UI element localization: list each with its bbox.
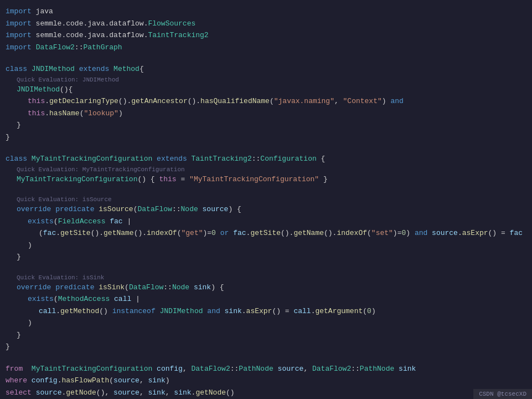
empty3 bbox=[0, 185, 532, 195]
quick-eval-issink: Quick Evaluation: isSink bbox=[0, 273, 532, 282]
line-exists2: exists(MethodAccess call | bbox=[0, 293, 532, 305]
line-constructor2: MyTaintTrackingConfiguration() { this = … bbox=[0, 173, 532, 186]
line-close-issink: } bbox=[0, 329, 532, 341]
line-close-exists1: ) bbox=[0, 239, 532, 252]
line-close-exists2: ) bbox=[0, 317, 532, 329]
line-close-class1: } bbox=[0, 131, 532, 144]
line-constructor1: JNDIMethod(){ bbox=[0, 84, 532, 96]
line-from: from MyTaintTrackingConfiguration config… bbox=[0, 363, 532, 375]
bottom-bar-text: CSDN @tcsecXD bbox=[479, 391, 526, 397]
line-body2: this.hasName("lookup") bbox=[0, 108, 532, 120]
line-import4: import DataFlow2::PathGraph bbox=[0, 42, 532, 54]
quick-eval-jndi: Quick Evaluation: JNDIMethod bbox=[0, 75, 532, 84]
line-import3: import semmle.code.java.dataflow.TaintTr… bbox=[0, 29, 532, 42]
quick-eval-issource: Quick Evaluation: isSource bbox=[0, 195, 532, 203]
line-issource: override predicate isSource(DataFlow::No… bbox=[0, 203, 532, 216]
empty2 bbox=[0, 143, 532, 153]
quick-eval-mytaint: Quick Evaluation: MyTaintTrackingConfigu… bbox=[0, 165, 532, 173]
bottom-bar: CSDN @tcsecXD bbox=[473, 389, 532, 399]
line-close-issource: } bbox=[0, 251, 532, 263]
line-close-class2: } bbox=[0, 341, 532, 353]
empty5 bbox=[0, 353, 532, 363]
code-editor: import java import semmle.code.java.data… bbox=[0, 0, 532, 399]
empty1 bbox=[0, 53, 532, 63]
line-import2: import semmle.code.java.dataflow.FlowSou… bbox=[0, 18, 532, 30]
line-condition2: call.getMethod() instanceof JNDIMethod a… bbox=[0, 305, 532, 318]
line-class1: class JNDIMethod extends Method{ bbox=[0, 63, 532, 75]
line-close-constructor1: } bbox=[0, 119, 532, 131]
line-select: select source.getNode(), source, sink, s… bbox=[0, 387, 532, 399]
empty4 bbox=[0, 263, 532, 273]
line-class2: class MyTaintTrackingConfiguration exten… bbox=[0, 153, 532, 165]
line-exists1: exists(FieldAccess fac | bbox=[0, 216, 532, 228]
line-body1: this.getDeclaringType().getAnAncestor().… bbox=[0, 95, 532, 108]
line-where: where config.hasFlowPath(source, sink) bbox=[0, 375, 532, 387]
line-import1: import java bbox=[0, 6, 532, 18]
line-condition1: (fac.getSite().getName().indexOf("get")=… bbox=[0, 227, 532, 239]
line-issink: override predicate isSink(DataFlow::Node… bbox=[0, 282, 532, 294]
